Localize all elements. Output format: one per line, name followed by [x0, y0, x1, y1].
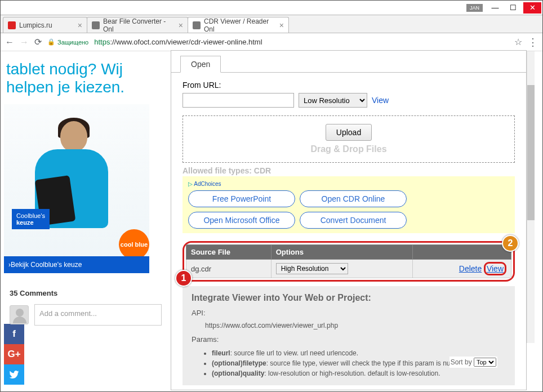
keuze-badge: Coolblue's keuze	[12, 209, 50, 229]
sidebar: tablet nodig? Wij helpen je kiezen. Cool…	[1, 51, 171, 391]
tab-cdr-viewer[interactable]: CDR Viewer / Reader Onl ×	[188, 17, 289, 33]
forward-icon[interactable]: →	[20, 37, 29, 47]
from-url-label: From URL:	[183, 81, 515, 90]
tab-close-icon[interactable]: ×	[175, 21, 183, 30]
cell-options: High Resolution	[271, 260, 412, 278]
comment-input-row: Add a comment...	[4, 302, 167, 328]
address-bar: ← → ⟳ 🔒 Защищено https://www.ofoct.com/v…	[1, 33, 542, 51]
back-icon[interactable]: ←	[5, 37, 14, 47]
close-button[interactable]: ✕	[523, 2, 541, 14]
ad-btn-ms-office[interactable]: Open Microsoft Office	[188, 212, 295, 229]
facebook-button[interactable]: f	[4, 324, 24, 344]
tab-close-icon[interactable]: ×	[74, 21, 82, 30]
scrollbar[interactable]	[527, 51, 535, 343]
comments-count: 35 Comments	[4, 273, 167, 302]
api-url: https://www.ofoct.com/viewer/viewer_url.…	[192, 322, 506, 329]
main-area: Open From URL: Low Resolutio View Upload…	[171, 51, 542, 391]
th-source: Source File	[186, 245, 272, 260]
lang-badge: JAN	[466, 4, 483, 12]
secure-indicator[interactable]: 🔒 Защищено	[47, 38, 88, 46]
source-file-box: 1 2 Source File Options dg.cdr High Reso…	[183, 241, 515, 282]
resolution-select[interactable]: Low Resolutio	[299, 93, 367, 108]
callout-2: 2	[502, 235, 519, 252]
th-actions	[412, 245, 511, 260]
lock-icon: 🔒	[47, 38, 55, 46]
tab-title: CDR Viewer / Reader Onl	[204, 17, 276, 33]
tab-title: Lumpics.ru	[19, 21, 52, 29]
integrate-section: Integrate Viewer into Your Web or Projec…	[183, 286, 515, 385]
twitter-button[interactable]	[4, 364, 24, 385]
favicon	[92, 21, 100, 29]
panel-body: From URL: Low Resolutio View Upload Drag…	[171, 72, 526, 390]
list-item: (optional)quality: low-resolution or hig…	[212, 368, 506, 378]
secure-label: Защищено	[57, 39, 88, 46]
minimize-button[interactable]: —	[487, 2, 503, 14]
view-link[interactable]: View	[372, 96, 389, 105]
favicon	[193, 21, 201, 29]
ad-image[interactable]: Coolblue's keuze cool blue › Bekijk Cool…	[4, 104, 149, 273]
maximize-button[interactable]: ☐	[505, 2, 521, 14]
comment-input[interactable]: Add a comment...	[34, 304, 162, 326]
adchoices-label[interactable]: AdChoices	[188, 181, 509, 187]
th-options: Options	[271, 245, 412, 260]
panel-tabs: Open	[171, 51, 526, 72]
bookmark-icon[interactable]: ☆	[514, 37, 522, 47]
upload-button[interactable]: Upload	[326, 124, 372, 141]
row-resolution-select[interactable]: High Resolution	[276, 263, 348, 274]
delete-link[interactable]: Delete	[459, 264, 482, 273]
ad-btn-convert[interactable]: Convert Document	[300, 212, 407, 229]
integrate-title: Integrate Viewer into Your Web or Projec…	[192, 293, 506, 303]
callout-1: 1	[175, 270, 192, 287]
tab-bear[interactable]: Bear File Converter - Onl ×	[87, 17, 188, 33]
table-header-row: Source File Options	[186, 245, 511, 260]
drag-drop-label: Drag & Drop Files	[191, 144, 506, 154]
tab-title: Bear File Converter - Onl	[103, 17, 175, 33]
viewer-panel: Open From URL: Low Resolutio View Upload…	[171, 50, 527, 390]
twitter-icon	[9, 371, 19, 378]
browser-tabs: Lumpics.ru × Bear File Converter - Onl ×…	[1, 15, 542, 33]
upload-zone[interactable]: Upload Drag & Drop Files	[183, 115, 515, 163]
menu-icon[interactable]: ⋮	[528, 36, 538, 48]
window-titlebar: JAN — ☐ ✕	[1, 1, 542, 15]
source-table: Source File Options dg.cdr High Resoluti…	[186, 244, 511, 278]
tab-close-icon[interactable]: ×	[276, 21, 284, 30]
reload-icon[interactable]: ⟳	[34, 37, 42, 47]
tab-open[interactable]: Open	[180, 56, 221, 73]
params-label: Params:	[192, 335, 506, 344]
scroll-thumb[interactable]	[527, 85, 535, 220]
view-highlight: View	[484, 262, 506, 275]
url-proto: https	[94, 38, 110, 46]
row-view-link[interactable]: View	[487, 264, 504, 273]
favicon	[8, 21, 16, 29]
googleplus-button[interactable]: G+	[4, 344, 24, 364]
cell-filename: dg.cdr	[186, 260, 272, 278]
table-row: dg.cdr High Resolution Delete View	[186, 260, 511, 278]
url-text[interactable]: https://www.ofoct.com/viewer/cdr-viewer-…	[94, 38, 509, 46]
url-path: ://www.ofoct.com/viewer/cdr-viewer-onlin…	[110, 38, 262, 46]
allowed-types: Allowed file types: CDR	[183, 166, 515, 175]
api-label: API:	[192, 309, 506, 317]
url-input[interactable]	[183, 93, 294, 108]
tab-lumpics[interactable]: Lumpics.ru ×	[3, 17, 87, 33]
ad-headline[interactable]: tablet nodig? Wij helpen je kiezen.	[4, 57, 167, 104]
coolblue-logo: cool blue	[119, 229, 149, 260]
social-buttons: f G+	[4, 324, 24, 385]
sort-by[interactable]: Sort by Top	[449, 357, 497, 368]
ad-btn-open-cdr[interactable]: Open CDR Online	[300, 190, 407, 207]
page-content: tablet nodig? Wij helpen je kiezen. Cool…	[1, 51, 542, 391]
person-illustration	[21, 121, 122, 268]
cell-actions: Delete View	[412, 260, 511, 278]
ad-block: AdChoices Free PowerPoint Open CDR Onlin…	[183, 176, 515, 233]
sort-select[interactable]: Top	[474, 358, 496, 367]
ad-footer-link[interactable]: › Bekijk Coolblue's keuze	[4, 256, 149, 273]
avatar	[10, 305, 29, 324]
ad-btn-powerpoint[interactable]: Free PowerPoint	[188, 190, 295, 207]
